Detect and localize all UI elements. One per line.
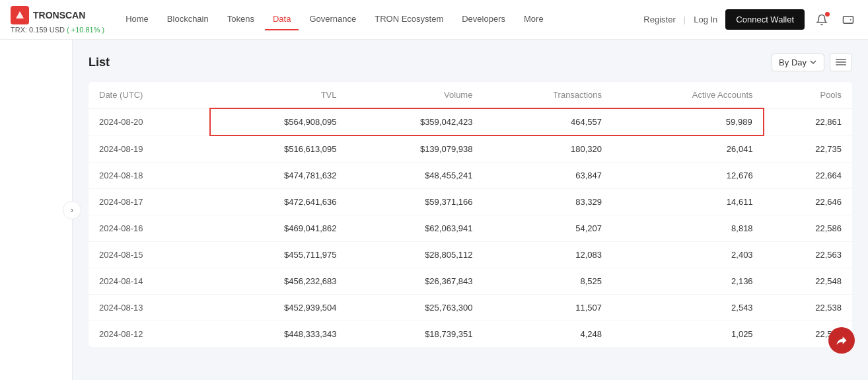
cell-transactions: 8,525 xyxy=(483,268,612,295)
float-action-button[interactable] xyxy=(828,327,855,354)
nav-item-more[interactable]: More xyxy=(516,9,552,30)
header: TRONSCAN TRX: 0.159 USD ( +10.81% ) Home… xyxy=(0,0,868,40)
header-right: Register | Log In Connect Wallet xyxy=(643,9,857,30)
table-row: 2024-08-20$564,908,095$359,042,423464,55… xyxy=(89,108,852,135)
nav-item-tron-ecosystem[interactable]: TRON Ecosystem xyxy=(367,9,451,30)
cell-volume: $62,063,941 xyxy=(347,215,484,242)
nav-item-home[interactable]: Home xyxy=(118,9,157,30)
table-row: 2024-08-17$472,641,636$59,371,16683,3291… xyxy=(89,189,852,215)
cell-volume: $139,079,938 xyxy=(347,135,484,163)
cell-pools: 22,735 xyxy=(764,135,852,163)
cell-volume: $26,367,843 xyxy=(347,268,484,295)
cell-active_accounts: 12,676 xyxy=(612,163,764,189)
cell-date: 2024-08-15 xyxy=(89,242,210,268)
cell-tvl: $455,711,975 xyxy=(210,242,347,268)
cell-date: 2024-08-13 xyxy=(89,295,210,321)
cell-pools: 22,664 xyxy=(764,163,852,189)
cell-transactions: 12,083 xyxy=(483,242,612,268)
cell-volume: $59,371,166 xyxy=(347,189,484,215)
cell-transactions: 11,507 xyxy=(483,295,612,321)
cell-date: 2024-08-17 xyxy=(89,189,210,215)
nav-item-developers[interactable]: Developers xyxy=(454,9,513,30)
table-row: 2024-08-12$448,333,343$18,739,3514,2481,… xyxy=(89,321,852,348)
cell-pools: 22,646 xyxy=(764,189,852,215)
notifications-icon[interactable] xyxy=(813,11,831,29)
svg-rect-5 xyxy=(836,64,846,65)
logo-name: TRONSCAN xyxy=(11,6,85,24)
col-header-date: Date (UTC) xyxy=(89,82,210,108)
hamburger-icon xyxy=(836,57,846,67)
cell-date: 2024-08-12 xyxy=(89,321,210,348)
cell-pools: 22,861 xyxy=(764,108,852,135)
cell-transactions: 63,847 xyxy=(483,163,612,189)
cell-pools: 22,548 xyxy=(764,268,852,295)
list-title: List xyxy=(89,56,110,69)
cell-transactions: 180,320 xyxy=(483,135,612,163)
cell-tvl: $516,613,095 xyxy=(210,135,347,163)
table-header-row: Date (UTC)TVLVolumeTransactionsActive Ac… xyxy=(89,82,852,108)
table-head: Date (UTC)TVLVolumeTransactionsActive Ac… xyxy=(89,82,852,108)
cell-pools: 22,538 xyxy=(764,295,852,321)
register-link[interactable]: Register xyxy=(643,15,675,24)
svg-rect-3 xyxy=(836,59,846,60)
svg-rect-4 xyxy=(836,61,846,63)
cell-transactions: 4,248 xyxy=(483,321,612,348)
cell-tvl: $452,939,504 xyxy=(210,295,347,321)
logo-text: TRONSCAN xyxy=(33,10,85,20)
table-row: 2024-08-18$474,781,632$48,455,24163,8471… xyxy=(89,163,852,189)
cell-transactions: 54,207 xyxy=(483,215,612,242)
cell-active_accounts: 26,041 xyxy=(612,135,764,163)
col-header-pools: Pools xyxy=(764,82,852,108)
login-link[interactable]: Log In xyxy=(694,15,717,24)
wallet-icon[interactable] xyxy=(839,11,857,29)
chevron-down-icon xyxy=(809,58,817,66)
cell-tvl: $474,781,632 xyxy=(210,163,347,189)
table-row: 2024-08-14$456,232,683$26,367,8438,5252,… xyxy=(89,268,852,295)
list-header: List By Day xyxy=(89,53,852,71)
sidebar: › xyxy=(0,40,73,380)
cell-pools: 22,586 xyxy=(764,215,852,242)
by-day-select[interactable]: By Day xyxy=(772,54,824,71)
nav-item-blockchain[interactable]: Blockchain xyxy=(159,9,217,30)
table-row: 2024-08-15$455,711,975$28,805,11212,0832… xyxy=(89,242,852,268)
main-nav: HomeBlockchainTokensDataGovernanceTRON E… xyxy=(118,9,643,30)
cell-active_accounts: 59,989 xyxy=(612,108,764,135)
col-header-tvl: TVL xyxy=(210,82,347,108)
cell-pools: 22,563 xyxy=(764,242,852,268)
cell-volume: $28,805,112 xyxy=(347,242,484,268)
logo-area: TRONSCAN TRX: 0.159 USD ( +10.81% ) xyxy=(11,6,104,34)
cell-tvl: $564,908,095 xyxy=(210,108,347,135)
cell-date: 2024-08-14 xyxy=(89,268,210,295)
cell-date: 2024-08-20 xyxy=(89,108,210,135)
cell-transactions: 83,329 xyxy=(483,189,612,215)
cell-tvl: $469,041,862 xyxy=(210,215,347,242)
layout: › List By Day xyxy=(0,40,868,380)
cell-transactions: 464,557 xyxy=(483,108,612,135)
nav-item-tokens[interactable]: Tokens xyxy=(219,9,262,30)
cell-volume: $48,455,241 xyxy=(347,163,484,189)
cell-active_accounts: 2,543 xyxy=(612,295,764,321)
connect-wallet-button[interactable]: Connect Wallet xyxy=(725,9,805,30)
svg-rect-2 xyxy=(844,16,853,23)
cell-volume: $18,739,351 xyxy=(347,321,484,348)
cell-volume: $359,042,423 xyxy=(347,108,484,135)
cell-volume: $25,763,300 xyxy=(347,295,484,321)
table-row: 2024-08-16$469,041,862$62,063,94154,2078… xyxy=(89,215,852,242)
list-menu-button[interactable] xyxy=(830,53,852,71)
nav-item-governance[interactable]: Governance xyxy=(301,9,364,30)
col-header-active_accounts: Active Accounts xyxy=(612,82,764,108)
logo-icon xyxy=(11,6,29,24)
cell-tvl: $472,641,636 xyxy=(210,189,347,215)
cell-tvl: $456,232,683 xyxy=(210,268,347,295)
col-header-transactions: Transactions xyxy=(483,82,612,108)
cell-date: 2024-08-18 xyxy=(89,163,210,189)
sidebar-toggle[interactable]: › xyxy=(63,201,81,219)
nav-item-data[interactable]: Data xyxy=(265,9,299,30)
list-controls: By Day xyxy=(772,53,852,71)
notification-dot xyxy=(825,12,830,17)
cell-date: 2024-08-19 xyxy=(89,135,210,163)
cell-active_accounts: 14,611 xyxy=(612,189,764,215)
cell-active_accounts: 2,136 xyxy=(612,268,764,295)
trx-price: TRX: 0.159 USD ( +10.81% ) xyxy=(11,26,104,34)
table-body: 2024-08-20$564,908,095$359,042,423464,55… xyxy=(89,108,852,347)
